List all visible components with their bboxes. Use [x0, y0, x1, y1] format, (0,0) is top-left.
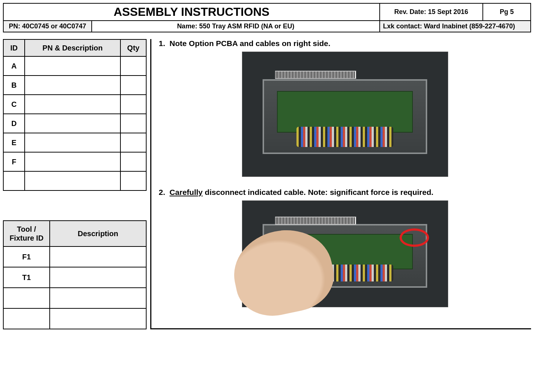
table-row: B	[3, 76, 146, 95]
table-row: F	[3, 152, 146, 171]
parts-cell	[25, 56, 120, 76]
wire-bundle	[296, 127, 393, 147]
parts-cell: D	[3, 114, 25, 133]
tools-table: Tool / Fixture ID Description F1 T1	[3, 220, 147, 329]
step-1-text: 1. Note Option PCBA and cables on right …	[159, 39, 531, 48]
parts-cell: E	[3, 133, 25, 152]
table-row: D	[3, 114, 146, 133]
tools-cell	[50, 267, 146, 288]
parts-table: ID PN & Description Qty A B C D E F	[3, 39, 147, 191]
parts-header-desc: PN & Description	[25, 39, 120, 56]
step-2-underlined: Carefully	[169, 188, 203, 196]
part-number: PN: 40C0745 or 40C0747	[3, 21, 92, 32]
parts-cell	[120, 152, 146, 171]
parts-cell: C	[3, 95, 25, 114]
parts-cell	[25, 76, 120, 95]
table-row: E	[3, 133, 146, 152]
assembly-name: Name: 550 Tray ASM RFID (NA or EU)	[92, 21, 380, 32]
tools-header-desc: Description	[50, 221, 146, 246]
parts-cell	[25, 171, 120, 190]
step-2-number: 2.	[159, 188, 165, 196]
content-wrap: ID PN & Description Qty A B C D E F Tool…	[3, 39, 531, 329]
parts-cell	[25, 133, 120, 152]
tools-cell	[3, 288, 50, 308]
parts-header-qty: Qty	[120, 39, 146, 56]
pcb-frame	[263, 79, 427, 154]
table-row	[3, 288, 146, 308]
parts-cell: F	[3, 152, 25, 171]
step-1-number: 1.	[159, 39, 165, 48]
tools-cell	[50, 288, 146, 308]
contact: Lxk contact: Ward Inabinet (859-227-4670…	[380, 21, 531, 32]
rev-date: Rev. Date: 15 Sept 2016	[380, 3, 483, 21]
callout-ellipse-icon	[400, 228, 429, 247]
tools-cell: T1	[3, 267, 50, 288]
parts-cell	[25, 114, 120, 133]
step-2-photo-wrap	[159, 200, 531, 309]
doc-title: ASSEMBLY INSTRUCTIONS	[3, 3, 380, 21]
pcb-board	[277, 91, 412, 133]
step-2-photo	[242, 200, 448, 307]
table-row: A	[3, 56, 146, 76]
table-row: F1	[3, 246, 146, 267]
parts-cell: A	[3, 56, 25, 76]
parts-cell	[120, 133, 146, 152]
step-1-photo-wrap	[159, 52, 531, 178]
step-2-rest: disconnect indicated cable. Note: signif…	[203, 188, 433, 196]
tools-cell: F1	[3, 246, 50, 267]
parts-cell	[25, 152, 120, 171]
step-2-text: 2. Carefully disconnect indicated cable.…	[159, 188, 531, 197]
table-row	[3, 308, 146, 329]
page-number: Pg 5	[483, 3, 531, 21]
left-column: ID PN & Description Qty A B C D E F Tool…	[3, 39, 150, 329]
parts-cell	[120, 171, 146, 190]
barcode-label	[275, 217, 356, 225]
tools-cell	[50, 246, 146, 267]
parts-cell	[120, 56, 146, 76]
parts-cell: B	[3, 76, 25, 95]
tools-cell	[3, 308, 50, 329]
parts-cell	[120, 76, 146, 95]
barcode-label	[275, 71, 356, 79]
tools-cell	[50, 308, 146, 329]
parts-cell	[120, 114, 146, 133]
step-1-photo	[242, 52, 448, 177]
step-1-body: Note Option PCBA and cables on right sid…	[169, 39, 330, 48]
instructions-column: 1. Note Option PCBA and cables on right …	[150, 39, 531, 329]
parts-cell	[120, 95, 146, 114]
parts-cell	[3, 171, 25, 190]
table-row: C	[3, 95, 146, 114]
parts-header-id: ID	[3, 39, 25, 56]
table-row	[3, 171, 146, 190]
tools-header-id: Tool / Fixture ID	[3, 221, 50, 246]
parts-cell	[25, 95, 120, 114]
table-row: T1	[3, 267, 146, 288]
header-table: ASSEMBLY INSTRUCTIONS Rev. Date: 15 Sept…	[3, 3, 531, 32]
